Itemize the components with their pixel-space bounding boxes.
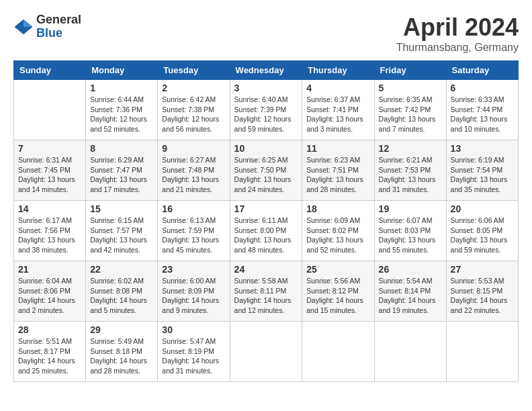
day-number: 25 bbox=[306, 264, 369, 275]
calendar-day-header: Friday bbox=[374, 61, 446, 80]
day-info: Sunrise: 6:40 AMSunset: 7:39 PMDaylight:… bbox=[234, 95, 298, 134]
calendar-cell: 19Sunrise: 6:07 AMSunset: 8:03 PMDayligh… bbox=[374, 201, 446, 261]
day-info: Sunrise: 6:37 AMSunset: 7:41 PMDaylight:… bbox=[306, 95, 369, 134]
day-number: 22 bbox=[90, 264, 153, 275]
day-number: 21 bbox=[18, 264, 81, 275]
day-number: 3 bbox=[234, 83, 298, 93]
calendar-cell bbox=[230, 322, 302, 382]
calendar-cell: 17Sunrise: 6:11 AMSunset: 8:00 PMDayligh… bbox=[230, 201, 302, 261]
day-info: Sunrise: 6:29 AMSunset: 7:47 PMDaylight:… bbox=[90, 155, 153, 195]
day-info: Sunrise: 6:17 AMSunset: 7:56 PMDaylight:… bbox=[18, 216, 81, 255]
day-number: 27 bbox=[451, 264, 514, 275]
calendar-cell: 28Sunrise: 5:51 AMSunset: 8:17 PMDayligh… bbox=[14, 322, 86, 382]
day-number: 23 bbox=[162, 264, 225, 275]
day-number: 6 bbox=[451, 83, 514, 93]
calendar-cell: 14Sunrise: 6:17 AMSunset: 7:56 PMDayligh… bbox=[14, 201, 86, 261]
calendar-cell: 16Sunrise: 6:13 AMSunset: 7:59 PMDayligh… bbox=[158, 201, 230, 261]
calendar-cell: 23Sunrise: 6:00 AMSunset: 8:09 PMDayligh… bbox=[158, 261, 230, 322]
day-info: Sunrise: 6:02 AMSunset: 8:08 PMDaylight:… bbox=[90, 276, 153, 316]
calendar-week-row: 21Sunrise: 6:04 AMSunset: 8:06 PMDayligh… bbox=[14, 261, 519, 322]
calendar-cell bbox=[14, 80, 86, 140]
calendar-cell: 8Sunrise: 6:29 AMSunset: 7:47 PMDaylight… bbox=[86, 140, 158, 201]
day-number: 10 bbox=[234, 143, 298, 154]
calendar-cell: 11Sunrise: 6:23 AMSunset: 7:51 PMDayligh… bbox=[302, 140, 374, 201]
calendar-cell bbox=[302, 322, 374, 382]
day-number: 18 bbox=[306, 203, 369, 214]
day-number: 11 bbox=[306, 143, 369, 154]
calendar-cell: 27Sunrise: 5:53 AMSunset: 8:15 PMDayligh… bbox=[446, 261, 518, 322]
day-info: Sunrise: 5:56 AMSunset: 8:12 PMDaylight:… bbox=[306, 276, 369, 316]
day-info: Sunrise: 6:11 AMSunset: 8:00 PMDaylight:… bbox=[234, 216, 298, 255]
calendar-cell: 5Sunrise: 6:35 AMSunset: 7:42 PMDaylight… bbox=[374, 80, 446, 140]
day-info: Sunrise: 6:35 AMSunset: 7:42 PMDaylight:… bbox=[379, 95, 442, 134]
calendar-cell: 1Sunrise: 6:44 AMSunset: 7:36 PMDaylight… bbox=[86, 80, 158, 140]
day-number: 1 bbox=[90, 83, 153, 93]
calendar-cell: 29Sunrise: 5:49 AMSunset: 8:18 PMDayligh… bbox=[86, 322, 158, 382]
day-number: 8 bbox=[90, 143, 153, 154]
day-info: Sunrise: 6:23 AMSunset: 7:51 PMDaylight:… bbox=[306, 155, 369, 195]
calendar-cell: 22Sunrise: 6:02 AMSunset: 8:08 PMDayligh… bbox=[86, 261, 158, 322]
day-info: Sunrise: 6:15 AMSunset: 7:57 PMDaylight:… bbox=[90, 216, 153, 255]
day-info: Sunrise: 5:51 AMSunset: 8:17 PMDaylight:… bbox=[18, 336, 81, 376]
calendar-table: SundayMondayTuesdayWednesdayThursdayFrid… bbox=[13, 60, 519, 382]
calendar-day-header: Monday bbox=[86, 61, 158, 80]
calendar-cell: 4Sunrise: 6:37 AMSunset: 7:41 PMDaylight… bbox=[302, 80, 374, 140]
day-number: 14 bbox=[18, 203, 81, 214]
day-info: Sunrise: 5:53 AMSunset: 8:15 PMDaylight:… bbox=[451, 276, 514, 316]
calendar-cell: 18Sunrise: 6:09 AMSunset: 8:02 PMDayligh… bbox=[302, 201, 374, 261]
calendar-cell: 21Sunrise: 6:04 AMSunset: 8:06 PMDayligh… bbox=[14, 261, 86, 322]
calendar-week-row: 1Sunrise: 6:44 AMSunset: 7:36 PMDaylight… bbox=[14, 80, 519, 140]
calendar-cell bbox=[446, 322, 518, 382]
calendar-cell: 3Sunrise: 6:40 AMSunset: 7:39 PMDaylight… bbox=[230, 80, 302, 140]
day-info: Sunrise: 6:09 AMSunset: 8:02 PMDaylight:… bbox=[306, 216, 369, 255]
day-info: Sunrise: 6:33 AMSunset: 7:44 PMDaylight:… bbox=[451, 95, 514, 134]
day-info: Sunrise: 6:13 AMSunset: 7:59 PMDaylight:… bbox=[162, 216, 225, 255]
day-info: Sunrise: 6:25 AMSunset: 7:50 PMDaylight:… bbox=[234, 155, 298, 195]
day-number: 5 bbox=[379, 83, 442, 93]
logo-icon bbox=[13, 17, 34, 37]
calendar-cell: 20Sunrise: 6:06 AMSunset: 8:05 PMDayligh… bbox=[446, 201, 518, 261]
calendar-day-header: Sunday bbox=[14, 61, 86, 80]
calendar-cell: 26Sunrise: 5:54 AMSunset: 8:14 PMDayligh… bbox=[374, 261, 446, 322]
day-info: Sunrise: 6:07 AMSunset: 8:03 PMDaylight:… bbox=[379, 216, 442, 255]
calendar-cell: 15Sunrise: 6:15 AMSunset: 7:57 PMDayligh… bbox=[86, 201, 158, 261]
day-number: 28 bbox=[18, 324, 81, 335]
day-number: 26 bbox=[379, 264, 442, 275]
calendar-header-row: SundayMondayTuesdayWednesdayThursdayFrid… bbox=[14, 61, 519, 80]
calendar-week-row: 14Sunrise: 6:17 AMSunset: 7:56 PMDayligh… bbox=[14, 201, 519, 261]
day-info: Sunrise: 6:44 AMSunset: 7:36 PMDaylight:… bbox=[90, 95, 153, 134]
day-info: Sunrise: 6:06 AMSunset: 8:05 PMDaylight:… bbox=[451, 216, 514, 255]
logo-text: General Blue bbox=[36, 13, 81, 40]
day-info: Sunrise: 6:31 AMSunset: 7:45 PMDaylight:… bbox=[18, 155, 81, 195]
day-number: 29 bbox=[90, 324, 153, 335]
day-number: 16 bbox=[162, 203, 225, 214]
calendar-week-row: 28Sunrise: 5:51 AMSunset: 8:17 PMDayligh… bbox=[14, 322, 519, 382]
title-block: April 2024 Thurmansbang, Germany bbox=[396, 13, 519, 54]
day-info: Sunrise: 5:58 AMSunset: 8:11 PMDaylight:… bbox=[234, 276, 298, 316]
location: Thurmansbang, Germany bbox=[396, 42, 519, 54]
svg-marker-1 bbox=[24, 19, 33, 27]
month-title: April 2024 bbox=[396, 13, 519, 42]
page-header: General Blue April 2024 Thurmansbang, Ge… bbox=[13, 13, 519, 54]
calendar-week-row: 7Sunrise: 6:31 AMSunset: 7:45 PMDaylight… bbox=[14, 140, 519, 201]
day-info: Sunrise: 5:47 AMSunset: 8:19 PMDaylight:… bbox=[162, 336, 225, 376]
calendar-day-header: Tuesday bbox=[158, 61, 230, 80]
day-number: 24 bbox=[234, 264, 298, 275]
calendar-cell: 10Sunrise: 6:25 AMSunset: 7:50 PMDayligh… bbox=[230, 140, 302, 201]
calendar-day-header: Wednesday bbox=[230, 61, 302, 80]
calendar-cell: 6Sunrise: 6:33 AMSunset: 7:44 PMDaylight… bbox=[446, 80, 518, 140]
calendar-cell: 12Sunrise: 6:21 AMSunset: 7:53 PMDayligh… bbox=[374, 140, 446, 201]
day-info: Sunrise: 6:19 AMSunset: 7:54 PMDaylight:… bbox=[451, 155, 514, 195]
calendar-cell bbox=[374, 322, 446, 382]
calendar-cell: 7Sunrise: 6:31 AMSunset: 7:45 PMDaylight… bbox=[14, 140, 86, 201]
calendar-day-header: Saturday bbox=[446, 61, 518, 80]
day-number: 19 bbox=[379, 203, 442, 214]
day-number: 20 bbox=[451, 203, 514, 214]
day-number: 17 bbox=[234, 203, 298, 214]
calendar-cell: 2Sunrise: 6:42 AMSunset: 7:38 PMDaylight… bbox=[158, 80, 230, 140]
day-number: 4 bbox=[306, 83, 369, 93]
day-number: 13 bbox=[451, 143, 514, 154]
day-number: 12 bbox=[379, 143, 442, 154]
day-number: 15 bbox=[90, 203, 153, 214]
day-info: Sunrise: 6:04 AMSunset: 8:06 PMDaylight:… bbox=[18, 276, 81, 316]
